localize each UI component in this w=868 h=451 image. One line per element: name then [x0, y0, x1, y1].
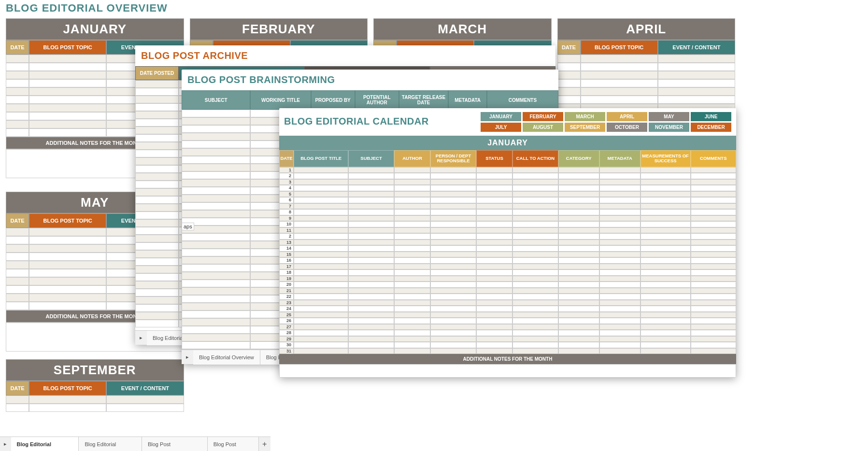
table-row[interactable]: 25 — [279, 312, 736, 318]
table-row[interactable]: 2 — [279, 233, 736, 240]
month-btn-september[interactable]: SEPTEMBER — [565, 123, 605, 132]
table-row[interactable]: 16 — [279, 257, 736, 264]
col-metadata: METADATA — [448, 90, 487, 110]
table-row[interactable]: 30 — [279, 342, 736, 348]
table-row[interactable]: 4 — [279, 185, 736, 191]
col-comments: COMMENTS — [487, 90, 558, 110]
brainstorm-header-row: SUBJECT WORKING TITLE PROPOSED BY POTENT… — [182, 90, 558, 110]
col-potential-author: POTENTIAL AUTHOR — [355, 90, 399, 110]
month-btn-february[interactable]: FEBRUARY — [523, 112, 563, 121]
month-btn-march[interactable]: MARCH — [565, 112, 605, 121]
table-row[interactable]: 13 — [279, 240, 736, 246]
table-row[interactable]: 29 — [279, 336, 736, 342]
table-row[interactable]: 28 — [279, 330, 736, 336]
table-row[interactable]: 1 — [279, 167, 736, 173]
table-row[interactable]: 17 — [279, 264, 736, 270]
month-btn-june[interactable]: JUNE — [691, 112, 731, 121]
col-target-release: TARGET RELEASE DATE — [399, 90, 448, 110]
month-btn-july[interactable]: JULY — [481, 123, 521, 132]
calendar-header-row: DATE BLOG POST TITLE SUBJECT AUTHOR PERS… — [279, 150, 736, 167]
month-btn-january[interactable]: JANUARY — [481, 112, 521, 121]
overview-month-september: SEPTEMBER DATEBLOG POST TOPICEVENT / CON… — [6, 359, 184, 412]
page-title: BLOG EDITORIAL OVERVIEW — [6, 0, 735, 18]
table-row[interactable]: 22 — [279, 294, 736, 300]
calendar-window: BLOG EDITORIAL CALENDAR JANUARY FEBRUARY… — [279, 108, 736, 378]
month-btn-august[interactable]: AUGUST — [523, 123, 563, 132]
table-row[interactable]: 19 — [279, 276, 736, 282]
table-row[interactable]: 2 — [279, 173, 736, 179]
table-row[interactable]: 27 — [279, 324, 736, 330]
table-row[interactable]: 6 — [279, 197, 736, 203]
month-btn-april[interactable]: APRIL — [607, 112, 647, 121]
main-sheet-tabs: ▸ Blog Editorial Overview Blog Editorial… — [0, 437, 270, 451]
table-row[interactable]: 31 — [279, 348, 736, 354]
tab-brainstorm[interactable]: Blog Post Brainstorming — [142, 437, 208, 451]
month-btn-november[interactable]: NOVEMBER — [649, 123, 689, 132]
archive-col-date: DATE POSTED — [135, 66, 179, 80]
table-row[interactable]: 20 — [279, 282, 736, 288]
table-row[interactable]: 26 — [279, 318, 736, 324]
calendar-notes-area[interactable] — [279, 364, 736, 378]
col-topic: BLOG POST TOPIC — [29, 40, 106, 55]
col-proposed-by: PROPOSED BY — [311, 90, 355, 110]
table-row[interactable]: 5 — [279, 191, 736, 197]
brainstorm-title: BLOG POST BRAINSTORMING — [182, 70, 558, 90]
tab-overview[interactable]: Blog Editorial Overview — [11, 437, 79, 451]
month-btn-december[interactable]: DECEMBER — [691, 123, 731, 132]
tab-calendar[interactable]: Blog Editorial Calendar — [79, 437, 142, 451]
tab-archive[interactable]: Blog Post Archive — [208, 437, 259, 451]
table-row[interactable]: 15 — [279, 252, 736, 258]
tab-nav-prev-icon[interactable]: ▸ — [182, 354, 193, 360]
table-row[interactable]: 11 — [279, 227, 736, 234]
table-row[interactable]: 9 — [279, 215, 736, 222]
calendar-notes-heading: ADDITIONAL NOTES FOR THE MONTH — [279, 354, 736, 364]
tab-nav-prev-icon[interactable]: ▸ — [135, 335, 147, 341]
table-row[interactable]: 24 — [279, 306, 736, 312]
table-row[interactable]: 3 — [279, 179, 736, 185]
tab-nav-prev-icon[interactable]: ▸ — [0, 441, 11, 447]
col-date: DATE — [6, 40, 29, 55]
add-sheet-button[interactable]: + — [259, 440, 270, 449]
table-row[interactable]: 18 — [279, 269, 736, 276]
table-row[interactable]: 7 — [279, 203, 736, 210]
col-working-title: WORKING TITLE — [250, 90, 311, 110]
table-row[interactable]: 21 — [279, 288, 736, 294]
col-subject: SUBJECT — [182, 90, 250, 110]
month-btn-may[interactable]: MAY — [649, 112, 689, 121]
table-row[interactable]: 23 — [279, 300, 736, 306]
month-heading: JANUARY — [6, 18, 184, 40]
table-row[interactable]: 10 — [279, 221, 736, 227]
calendar-month-band: JANUARY — [279, 136, 736, 150]
calendar-title: BLOG EDITORIAL CALENDAR — [284, 112, 429, 127]
table-row[interactable]: 14 — [279, 245, 736, 252]
table-row[interactable]: 8 — [279, 209, 736, 215]
row-tag-label: aps — [182, 223, 194, 230]
tab-overview[interactable]: Blog Editorial Overview — [193, 350, 260, 365]
month-btn-october[interactable]: OCTOBER — [607, 123, 647, 132]
month-selector: JANUARY FEBRUARY MARCH APRIL MAY JUNE JU… — [438, 112, 731, 132]
archive-title: BLOG POST ARCHIVE — [135, 45, 555, 66]
